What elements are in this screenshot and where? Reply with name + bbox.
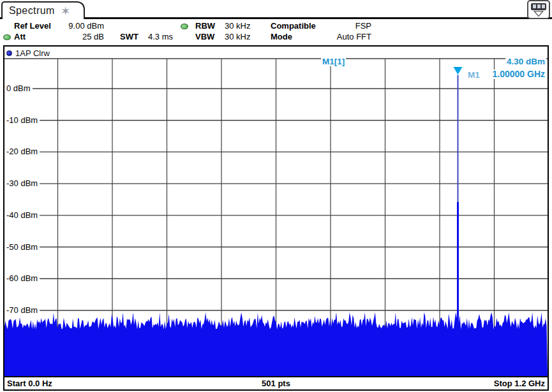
marker-id-label: M1 (466, 70, 481, 80)
trace1-legend: 1AP Clrw (6, 48, 50, 58)
ref-level-field-value[interactable]: 9.00 dBm (61, 21, 104, 31)
favorite-star-icon: ✶ (61, 5, 71, 17)
y-axis-label: -10 dBm (6, 115, 40, 126)
display-toolbar-toggle-button[interactable] (527, 0, 550, 19)
y-axis-label: 0 dBm (6, 83, 33, 94)
y-axis-label: -20 dBm (6, 147, 40, 157)
rbw-status-led (181, 24, 188, 29)
frequency-axis-footer: Start 0.0 Hz 501 pts Stop 1.2 GHz (4, 376, 548, 389)
marker-m1-symbol[interactable] (454, 67, 463, 75)
ref-level-field-label[interactable]: Ref Level (14, 21, 51, 31)
toolbar-icon (531, 3, 546, 10)
spectrum-plot-svg (4, 47, 548, 376)
marker-level-readout: 4.30 dBm (505, 57, 546, 66)
plot-area[interactable]: 1AP Clrw M1[1] 4.30 dBm M1 1.00000 GHz 0… (4, 47, 548, 376)
tab-bar: Spectrum ✶ (0, 0, 552, 19)
chevron-down-icon (533, 11, 544, 17)
swt-field-label[interactable]: SWT (120, 32, 138, 41)
spectrum-analyzer-screen: Spectrum ✶ Ref Level 9.00 dBm RBW 30 kHz… (0, 0, 552, 392)
trace1-color-dot-icon (6, 50, 12, 56)
measurement-diagram: 1AP Clrw M1[1] 4.30 dBm M1 1.00000 GHz 0… (3, 45, 549, 391)
swt-field-value[interactable]: 4.3 ms (148, 32, 173, 41)
trace1-label: 1AP Clrw (15, 48, 50, 58)
y-axis-label: -50 dBm (6, 242, 40, 252)
y-axis-label: -40 dBm (6, 210, 40, 221)
att-status-led (3, 34, 11, 40)
sweep-points-label: 501 pts (4, 379, 548, 388)
att-field-value[interactable]: 25 dB (61, 32, 104, 41)
mode-field-label[interactable]: Mode (271, 32, 292, 41)
y-axis-label: -70 dBm (6, 305, 40, 316)
marker-frequency-readout: 1.00000 GHz (491, 69, 547, 79)
vbw-field-label[interactable]: VBW (195, 32, 214, 41)
rbw-field-label[interactable]: RBW (195, 21, 215, 31)
rbw-field-value[interactable]: 30 kHz (225, 21, 250, 31)
y-axis-label: -60 dBm (6, 273, 40, 284)
compatible-field-label[interactable]: Compatible (271, 21, 316, 31)
stop-frequency-label: Stop 1.2 GHz (494, 379, 545, 388)
tab-spectrum[interactable]: Spectrum ✶ (1, 1, 85, 19)
vbw-field-value[interactable]: 30 kHz (225, 32, 250, 41)
settings-header: Ref Level 9.00 dBm RBW 30 kHz Compatible… (0, 19, 552, 45)
att-field-label[interactable]: Att (14, 32, 26, 41)
compatible-field-value[interactable]: FSP (313, 21, 371, 31)
mode-field-value[interactable]: Auto FFT (313, 32, 371, 41)
marker-readout-title: M1[1] (321, 57, 346, 66)
tab-spectrum-label: Spectrum (9, 5, 55, 17)
y-axis-label: -30 dBm (6, 178, 40, 189)
